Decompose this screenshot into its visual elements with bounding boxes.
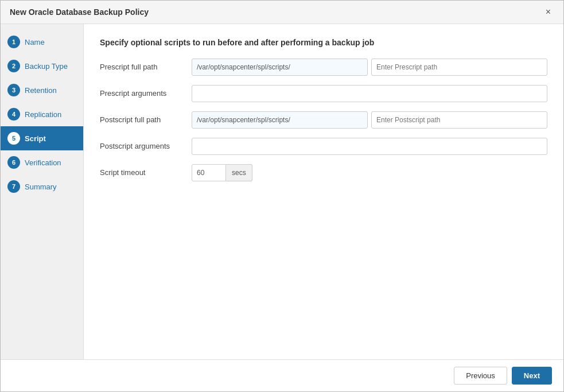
prescript-full-path-row: Prescript full path bbox=[100, 59, 547, 76]
sidebar-step-2[interactable]: 2Backup Type bbox=[1, 54, 83, 78]
prescript-full-path-input[interactable] bbox=[192, 59, 368, 76]
postscript-full-path-fields bbox=[192, 111, 547, 129]
dialog-title: New Oracle Database Backup Policy bbox=[10, 7, 149, 17]
step-label-2: Backup Type bbox=[25, 62, 68, 71]
sidebar: 1Name2Backup Type3Retention4Replication5… bbox=[1, 24, 84, 359]
prescript-full-path-fields bbox=[192, 59, 547, 76]
step-label-6: Verification bbox=[25, 158, 61, 167]
postscript-arguments-row: Postscript arguments bbox=[100, 138, 547, 155]
dialog: New Oracle Database Backup Policy × 1Nam… bbox=[0, 0, 564, 392]
previous-button[interactable]: Previous bbox=[454, 367, 507, 385]
step-badge-4: 4 bbox=[7, 108, 20, 121]
dialog-header: New Oracle Database Backup Policy × bbox=[1, 1, 563, 24]
step-badge-7: 7 bbox=[7, 180, 20, 193]
step-badge-3: 3 bbox=[7, 84, 20, 96]
form-grid: Prescript full path Prescript arguments … bbox=[100, 59, 547, 181]
prescript-arguments-fields bbox=[192, 85, 547, 102]
script-timeout-unit: secs bbox=[226, 164, 252, 181]
prescript-path-secondary-input[interactable] bbox=[371, 59, 547, 76]
sidebar-step-5[interactable]: 5Script bbox=[1, 126, 83, 150]
step-badge-5: 5 bbox=[7, 132, 20, 145]
prescript-arguments-input[interactable] bbox=[192, 85, 547, 102]
dialog-footer: Previous Next bbox=[1, 359, 563, 391]
dialog-body: 1Name2Backup Type3Retention4Replication5… bbox=[1, 24, 563, 359]
step-label-5: Script bbox=[25, 134, 46, 143]
next-button[interactable]: Next bbox=[512, 367, 552, 385]
close-button[interactable]: × bbox=[542, 6, 554, 18]
sidebar-step-7[interactable]: 7Summary bbox=[1, 174, 83, 199]
step-label-7: Summary bbox=[25, 183, 57, 191]
postscript-full-path-input[interactable] bbox=[192, 111, 368, 129]
step-label-4: Replication bbox=[25, 110, 61, 119]
postscript-full-path-label: Postscript full path bbox=[100, 115, 192, 125]
step-badge-2: 2 bbox=[7, 60, 20, 72]
step-label-3: Retention bbox=[25, 86, 57, 95]
postscript-arguments-fields bbox=[192, 138, 547, 155]
postscript-path-secondary-input[interactable] bbox=[371, 111, 547, 129]
sidebar-step-4[interactable]: 4Replication bbox=[1, 102, 83, 126]
main-content: Specify optional scripts to run before a… bbox=[84, 24, 563, 359]
sidebar-step-1[interactable]: 1Name bbox=[1, 30, 83, 54]
section-title: Specify optional scripts to run before a… bbox=[100, 38, 547, 47]
sidebar-step-3[interactable]: 3Retention bbox=[1, 78, 83, 102]
step-label-1: Name bbox=[25, 38, 45, 46]
script-timeout-fields: secs bbox=[192, 164, 252, 181]
step-badge-1: 1 bbox=[7, 36, 20, 48]
prescript-arguments-row: Prescript arguments bbox=[100, 85, 547, 102]
prescript-full-path-label: Prescript full path bbox=[100, 62, 192, 72]
prescript-arguments-label: Prescript arguments bbox=[100, 88, 192, 99]
sidebar-step-6[interactable]: 6Verification bbox=[1, 150, 83, 174]
script-timeout-input[interactable] bbox=[192, 164, 226, 181]
step-badge-6: 6 bbox=[7, 156, 20, 169]
script-timeout-label: Script timeout bbox=[100, 168, 192, 178]
postscript-arguments-label: Postscript arguments bbox=[100, 141, 192, 152]
postscript-arguments-input[interactable] bbox=[192, 138, 547, 155]
postscript-full-path-row: Postscript full path bbox=[100, 111, 547, 129]
script-timeout-row: Script timeout secs bbox=[100, 164, 547, 181]
